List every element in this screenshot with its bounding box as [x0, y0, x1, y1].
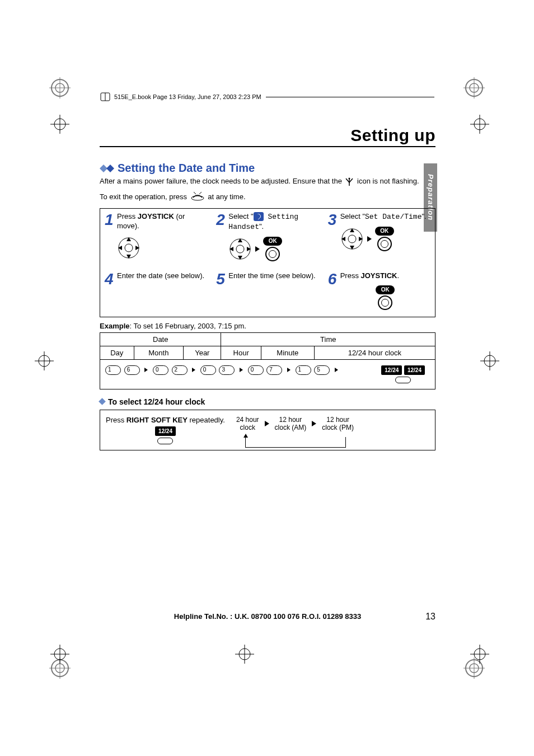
center-button-icon	[377, 237, 392, 251]
antenna-icon	[345, 177, 353, 186]
softkey-icon	[395, 377, 411, 383]
arrow-right-icon	[240, 368, 243, 372]
page-number: 13	[425, 612, 435, 622]
registration-mark-icon	[35, 351, 54, 370]
key-icon: 3	[219, 365, 235, 375]
joystick-icon	[117, 236, 140, 260]
svg-marker-39	[100, 165, 107, 172]
table-header: Date	[100, 332, 221, 346]
step-1: 1 Press JOYSTICK (or move).	[100, 209, 212, 268]
key-icon: 0	[248, 365, 264, 375]
joystick-icon	[228, 237, 252, 261]
ok-label: OK	[376, 285, 395, 294]
example-intro: Example: To set 16 February, 2003, 7:15 …	[100, 322, 435, 330]
book-icon	[100, 91, 111, 102]
key-icon: 6	[124, 365, 140, 375]
running-head: 515E_E.book Page 13 Friday, June 27, 200…	[100, 91, 434, 102]
key-icon: 0	[200, 365, 216, 375]
center-button-icon	[378, 295, 392, 310]
arrow-right-icon	[367, 236, 372, 242]
step-number: 6	[328, 271, 337, 287]
key-icon: 2	[172, 365, 188, 375]
bullet-icon	[100, 165, 114, 172]
svg-point-47	[125, 244, 133, 252]
table-header: 12/24 hour clock	[314, 346, 435, 359]
svg-marker-40	[106, 165, 114, 172]
section-heading: Setting the Date and Time	[100, 162, 435, 175]
key-icon: 0	[153, 365, 168, 375]
step-2: 2 Select " Setting Handset". OK	[212, 209, 323, 268]
crop-mark-icon	[463, 77, 485, 98]
arrow-right-icon	[335, 368, 338, 372]
clock-select-box: Press RIGHT SOFT KEY repeatedly. 12/24 2…	[100, 410, 435, 450]
body-text: To exit the operation, press at any time…	[100, 191, 435, 204]
crop-mark-icon	[49, 77, 71, 98]
registration-mark-icon	[480, 351, 499, 370]
key-icon: 1	[296, 365, 311, 375]
step-number: 2	[216, 212, 225, 228]
hangup-icon	[191, 191, 204, 204]
step-number: 4	[105, 271, 114, 287]
center-button-icon	[265, 247, 280, 261]
clock-option: 24 hour clock	[236, 416, 259, 432]
key-icon: 1	[105, 365, 121, 375]
svg-point-43	[191, 196, 204, 200]
step-number: 5	[216, 271, 225, 287]
footer: Helpline Tel.No. : U.K. 08700 100 076 R.…	[100, 612, 435, 621]
page-title: Setting up	[100, 126, 435, 147]
registration-mark-icon	[470, 115, 489, 134]
table-header: Year	[184, 346, 221, 359]
loop-arrow-icon	[245, 437, 346, 448]
svg-line-45	[199, 192, 202, 194]
ok-label: OK	[375, 227, 394, 236]
registration-mark-icon	[470, 645, 489, 664]
table-header: Month	[134, 346, 184, 359]
bullet-icon	[99, 398, 106, 405]
subsection-heading: To select 12/24 hour clock	[100, 397, 435, 406]
key-icon: 7	[266, 365, 282, 375]
step-4: 4 Enter the date (see below).	[100, 268, 212, 317]
joystick-icon	[340, 227, 364, 251]
arrow-right-icon	[287, 368, 291, 372]
helpline-text: Helpline Tel.No. : U.K. 08700 100 076 R.…	[174, 612, 361, 621]
step-number: 1	[105, 212, 114, 228]
table-header: Minute	[261, 346, 314, 359]
arrow-right-icon	[144, 368, 148, 372]
arrow-right-icon	[192, 368, 195, 372]
softkey-icon	[157, 438, 173, 444]
softkey-tag: 12/24	[404, 365, 425, 375]
softkey-tag: 12/24	[155, 426, 176, 436]
step-number: 3	[328, 212, 337, 228]
clock-option: 12 hour clock (AM)	[275, 416, 307, 432]
wrench-icon	[254, 212, 264, 221]
steps-box: 1 Press JOYSTICK (or move). 2 Select " S…	[100, 208, 435, 317]
table-header: Hour	[221, 346, 261, 359]
step-6: 6 Press JOYSTICK. OK	[324, 268, 435, 317]
registration-mark-icon	[235, 645, 254, 664]
table-header: Day	[100, 346, 134, 359]
step-3: 3 Select "Set Date/Time". OK	[324, 209, 435, 268]
clock-option: 12 hour clock (PM)	[322, 416, 354, 432]
svg-point-53	[236, 245, 244, 253]
svg-point-59	[348, 235, 356, 243]
arrow-right-icon	[255, 246, 260, 252]
registration-mark-icon	[50, 115, 69, 134]
svg-point-42	[349, 177, 350, 179]
arrow-right-icon	[265, 421, 269, 426]
step-5: 5 Enter the time (see below).	[212, 268, 323, 317]
softkey-tag: 12/24	[381, 365, 402, 375]
table-header: Time	[221, 332, 435, 346]
svg-line-44	[194, 192, 196, 194]
example-table: Date Time Day Month Year Hour Minute 12/…	[100, 332, 435, 389]
key-icon: 5	[314, 365, 330, 375]
runhead-text: 515E_E.book Page 13 Friday, June 27, 200…	[114, 93, 261, 100]
registration-mark-icon	[50, 645, 69, 664]
arrow-right-icon	[312, 421, 316, 426]
body-text: After a mains power failure, the clock n…	[100, 177, 435, 186]
ok-label: OK	[263, 237, 282, 246]
